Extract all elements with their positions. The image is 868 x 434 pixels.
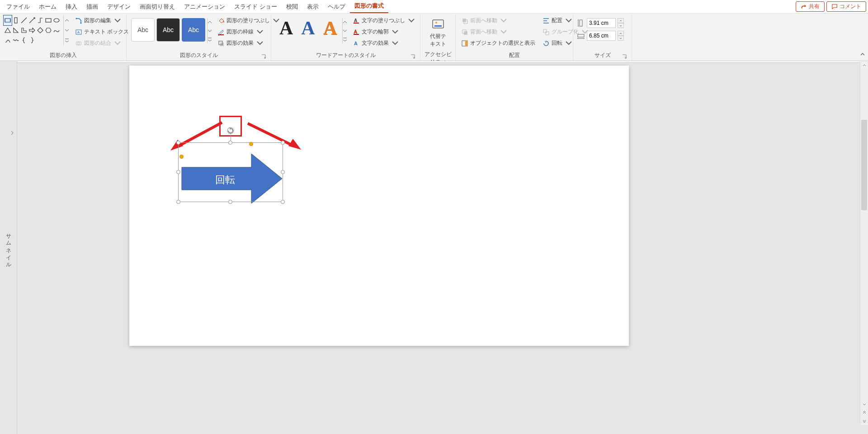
rotation-handle[interactable] (226, 127, 235, 137)
tab-transition[interactable]: 画面切り替え (135, 0, 179, 13)
prev-slide-button[interactable] (860, 409, 868, 417)
shape-line-icon[interactable] (20, 15, 28, 25)
shape-l-icon[interactable] (20, 25, 28, 35)
wordart-preset-3[interactable]: A (321, 17, 339, 39)
resize-handle-ne[interactable] (281, 141, 285, 145)
height-input[interactable] (587, 18, 616, 28)
dialog-launcher-wordart[interactable] (410, 54, 415, 59)
text-fill-button[interactable]: A 文字の塗りつぶし (351, 15, 417, 26)
share-button[interactable]: 共有 (796, 1, 825, 12)
height-spinner[interactable] (618, 18, 624, 28)
spin-down-icon[interactable] (618, 23, 624, 28)
shape-arrow-block-icon[interactable] (28, 25, 36, 35)
shape-brace-r-icon[interactable] (28, 35, 36, 45)
tab-slideshow[interactable]: スライド ショー (230, 0, 282, 13)
gallery-more-icon[interactable] (208, 35, 212, 43)
scrollbar-thumb[interactable] (861, 120, 867, 210)
share-label: 共有 (809, 3, 820, 10)
align-icon (542, 17, 550, 24)
shape-freeform-icon[interactable] (4, 35, 12, 45)
tab-home[interactable]: ホーム (34, 0, 61, 13)
thumbnail-expand-button[interactable] (10, 129, 14, 137)
style-gallery-scroll[interactable] (207, 18, 212, 43)
gallery-more-icon[interactable] (64, 36, 70, 45)
slide-canvas-area[interactable]: 回転 (17, 61, 868, 434)
resize-handle-e[interactable] (281, 170, 285, 174)
thumbnail-pane-collapsed[interactable]: サムネイル (0, 61, 17, 434)
spin-down-icon[interactable] (618, 36, 624, 41)
gallery-down-icon[interactable] (208, 27, 212, 35)
tab-animation[interactable]: アニメーション (179, 0, 230, 13)
shape-triangle-icon[interactable] (4, 25, 12, 35)
tab-file[interactable]: ファイル (2, 0, 34, 13)
adjust-handle-1[interactable] (179, 155, 184, 159)
resize-handle-s[interactable] (228, 200, 232, 204)
collapse-ribbon-button[interactable] (860, 51, 865, 59)
shape-arrow-line-icon[interactable] (28, 15, 36, 25)
edit-shape-label: 図形の編集 (84, 17, 111, 24)
gallery-up-icon[interactable] (64, 16, 70, 25)
alt-text-button[interactable]: 代替テキスト (424, 15, 452, 50)
gallery-down-icon[interactable] (343, 27, 347, 35)
shape-diamond-icon[interactable] (36, 25, 44, 35)
tab-review[interactable]: 校閲 (282, 0, 302, 13)
svg-text:A: A (354, 29, 357, 34)
next-slide-button[interactable] (860, 417, 868, 425)
shape-brace-l-icon[interactable] (20, 35, 28, 45)
gallery-up-icon[interactable] (208, 18, 212, 27)
resize-handle-n[interactable] (228, 141, 232, 145)
group-size: サイズ (573, 14, 632, 61)
style-swatch-2[interactable]: Abc (156, 18, 180, 42)
spin-up-icon[interactable] (618, 31, 624, 36)
comment-button[interactable]: コメント (826, 1, 866, 12)
dialog-launcher-shape-styles[interactable] (261, 54, 266, 59)
gallery-down-icon[interactable] (64, 26, 70, 35)
tab-design[interactable]: デザイン (103, 0, 135, 13)
text-outline-button[interactable]: A 文字の輪郭 (351, 27, 417, 37)
spin-up-icon[interactable] (618, 18, 624, 23)
shape-rect-icon[interactable] (44, 15, 52, 25)
style-swatch-1[interactable]: Abc (131, 18, 155, 42)
shape-right-triangle-icon[interactable] (12, 25, 20, 35)
wordart-gallery[interactable]: A A A (275, 15, 341, 41)
tab-view[interactable]: 表示 (302, 0, 323, 13)
resize-handle-sw[interactable] (176, 200, 180, 204)
scroll-up-button[interactable] (860, 61, 868, 69)
svg-rect-10 (218, 34, 224, 35)
slide[interactable]: 回転 (129, 66, 629, 346)
bring-forward-button[interactable]: 前面へ移動 (459, 15, 537, 26)
wordart-preset-1[interactable]: A (278, 17, 295, 39)
resize-handle-nw[interactable] (176, 141, 180, 145)
shape-wave-icon[interactable] (12, 35, 20, 45)
wordart-gallery-scroll[interactable] (342, 18, 347, 43)
selection-pane-button[interactable]: オブジェクトの選択と表示 (459, 38, 537, 48)
shapes-gallery-scroll[interactable] (63, 15, 70, 45)
style-swatch-3[interactable]: Abc (182, 18, 205, 42)
shape-oval-icon[interactable] (52, 15, 61, 25)
width-input[interactable] (587, 31, 616, 41)
shape-textbox-h-icon[interactable] (4, 15, 12, 25)
tab-draw[interactable]: 描画 (82, 0, 103, 13)
wordart-preset-2[interactable]: A (299, 17, 316, 39)
tab-insert[interactable]: 挿入 (61, 0, 82, 13)
shape-style-gallery[interactable]: Abc Abc Abc (130, 15, 206, 44)
shape-textbox-v-icon[interactable] (12, 15, 20, 25)
text-effects-button[interactable]: A 文字の効果 (351, 38, 417, 48)
tab-shape-format[interactable]: 図形の書式 (350, 0, 388, 13)
shape-connector-icon[interactable] (36, 15, 44, 25)
gallery-up-icon[interactable] (343, 18, 347, 27)
tab-help[interactable]: ヘルプ (323, 0, 350, 13)
dialog-launcher-size[interactable] (622, 54, 627, 59)
adjust-handle-2[interactable] (249, 142, 253, 146)
width-spinner[interactable] (618, 31, 624, 41)
resize-handle-w[interactable] (176, 170, 180, 174)
vertical-scrollbar[interactable] (860, 61, 868, 425)
gallery-more-icon[interactable] (343, 35, 347, 43)
resize-handle-se[interactable] (281, 200, 285, 204)
shape-curve-icon[interactable] (52, 25, 61, 35)
shape-hexagon-icon[interactable] (44, 25, 52, 35)
send-backward-button[interactable]: 背面へ移動 (459, 27, 537, 37)
scroll-down-button[interactable] (860, 401, 868, 409)
selection-bounding-box[interactable] (178, 142, 283, 202)
shapes-gallery[interactable] (4, 15, 62, 50)
